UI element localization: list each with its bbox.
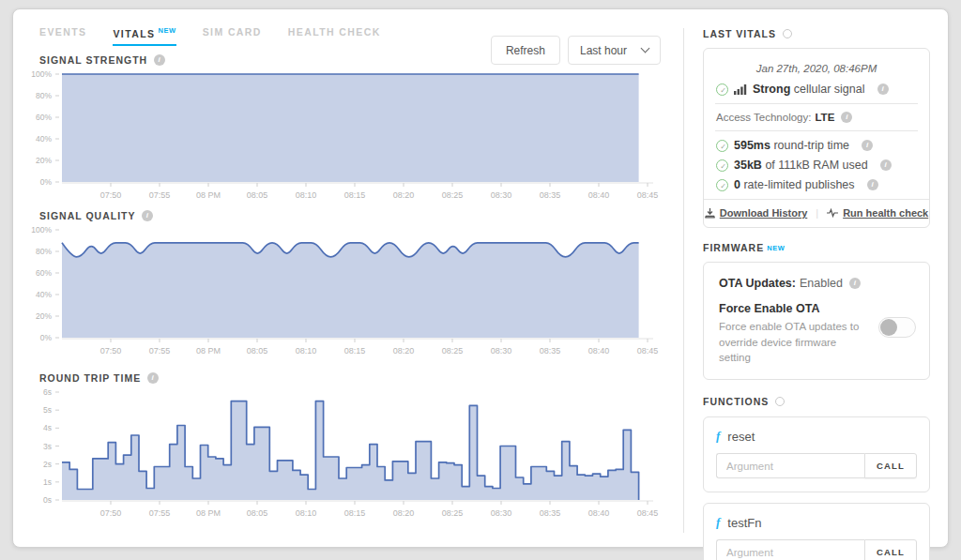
x-tick-label: 08:15 [344,508,366,518]
main-content: EVENTS VITALSNEW SIM CARD HEALTH CHECK R… [28,26,663,520]
tab-sim-card[interactable]: SIM CARD [203,26,262,42]
y-tick-label: 100% [31,225,52,235]
x-tick-label: 08:25 [442,346,464,356]
tab-vitals[interactable]: VITALSNEW [113,26,175,46]
y-tick-label: 0% [40,177,53,187]
y-tick-label: 5s [43,405,52,415]
x-tick-label: 08:30 [491,190,512,200]
info-icon[interactable] [880,159,892,171]
vertical-divider [683,28,684,533]
run-health-check-link[interactable]: Run health check [827,207,928,219]
x-tick-label: 08:35 [540,508,561,518]
rate-limited-row: 0 rate-limited publishes [716,178,917,191]
firmware-panel: OTA Updates: Enabled Force Enable OTA Fo… [703,262,930,380]
x-tick-label: 08:35 [540,346,561,356]
last-vitals-panel: Jan 27th, 2020, 08:46PM Strong cellular … [703,48,930,228]
info-circle-icon[interactable] [783,29,792,38]
y-tick-label: 4s [43,423,52,432]
x-tick-label: 08 PM [196,346,221,356]
x-tick-label: 08:35 [540,190,561,200]
vitals-footer: Download History | Run health check [704,199,929,227]
x-tick-label: 08:30 [491,508,512,518]
x-tick-label: 08:40 [588,508,610,518]
y-tick-label: 3s [43,442,52,451]
last-vitals-heading: LAST VITALS [703,28,930,39]
info-icon[interactable] [862,140,873,151]
x-tick-label: 08:45 [637,346,659,356]
y-tick-label: 80% [36,247,52,256]
x-tick-label: 08:10 [296,508,317,518]
round-trip-row: 595ms round-trip time [716,139,917,152]
info-icon[interactable] [142,210,153,221]
x-tick-label: 07:55 [149,346,171,356]
force-enable-ota-title: Force Enable OTA [719,302,914,315]
chart-area-fill [62,243,639,338]
info-icon[interactable] [841,112,852,123]
tab-health-check[interactable]: HEALTH CHECK [288,26,381,42]
chart-area-fill [62,74,639,182]
info-icon[interactable] [849,278,861,289]
y-tick-label: 0s [43,495,52,505]
status-ok-icon [716,159,728,172]
refresh-button[interactable]: Refresh [491,36,560,65]
y-tick-label: 20% [36,311,52,321]
info-icon[interactable] [867,179,878,190]
x-tick-label: 08:45 [637,190,659,200]
x-tick-label: 08:25 [442,190,464,200]
ram-used-row: 35kB of 111kB RAM used [716,159,917,172]
x-tick-label: 08:30 [491,346,512,356]
x-tick-label: 08:10 [296,346,317,356]
x-tick-label: 08 PM [196,508,221,518]
ota-updates-row: OTA Updates: Enabled [719,277,914,290]
tab-events[interactable]: EVENTS [39,26,86,42]
function-argument-input[interactable] [716,453,864,478]
x-tick-label: 08:40 [588,346,610,356]
time-range-select[interactable]: Last hour [568,36,661,65]
call-button[interactable]: CALL [864,453,917,478]
status-ok-icon [716,140,728,152]
y-tick-label: 60% [36,268,52,278]
link-separator: | [816,207,818,219]
toggle-knob [880,319,897,336]
signal-text: Strong cellular signal [753,83,865,96]
x-tick-label: 07:50 [100,190,122,200]
round-trip-time-title: ROUND TRIP TIME [39,372,663,384]
vitals-timestamp: Jan 27th, 2020, 08:46PM [716,63,917,74]
divider [715,130,918,131]
x-tick-label: 08:40 [588,190,610,200]
function-name-row: f reset [716,429,917,444]
x-tick-label: 07:50 [100,508,122,518]
x-tick-label: 08:05 [247,508,268,518]
device-vitals-card: EVENTS VITALSNEW SIM CARD HEALTH CHECK R… [12,8,949,548]
function-icon: f [716,429,720,444]
function-card-reset: f reset CALL [703,416,930,492]
x-tick-label: 08:10 [296,190,317,200]
x-tick-label: 08:05 [247,346,268,356]
x-tick-label: 07:55 [149,508,171,518]
force-ota-toggle[interactable] [878,317,916,338]
info-circle-icon[interactable] [775,397,785,406]
status-ok-icon [716,179,728,191]
signal-quality-title: SIGNAL QUALITY [39,210,663,221]
y-tick-label: 2s [43,460,52,469]
info-icon[interactable] [154,54,165,66]
round-trip-time-chart: 0s1s2s3s4s5s6s07:5007:5508 PM08:0508:100… [28,386,661,520]
force-enable-ota-description: Force enable OTA updates to override dev… [719,319,860,366]
functions-heading: FUNCTIONS [703,396,930,407]
y-tick-label: 0% [40,333,53,342]
function-name-row: f testFn [716,515,917,530]
time-range-value: Last hour [580,44,627,57]
pulse-icon [827,208,838,218]
y-tick-label: 20% [36,156,52,165]
status-ok-icon [716,83,728,96]
function-argument-input[interactable] [716,539,864,560]
info-icon[interactable] [147,372,159,384]
x-tick-label: 08:15 [344,190,366,200]
chevron-down-icon [641,44,650,53]
firmware-heading: FIRMWARE NEW [703,242,930,253]
download-history-link[interactable]: Download History [705,207,808,219]
info-icon[interactable] [877,83,889,95]
x-tick-label: 08 PM [196,190,221,200]
x-tick-label: 08:20 [393,346,415,356]
call-button[interactable]: CALL [864,539,917,560]
